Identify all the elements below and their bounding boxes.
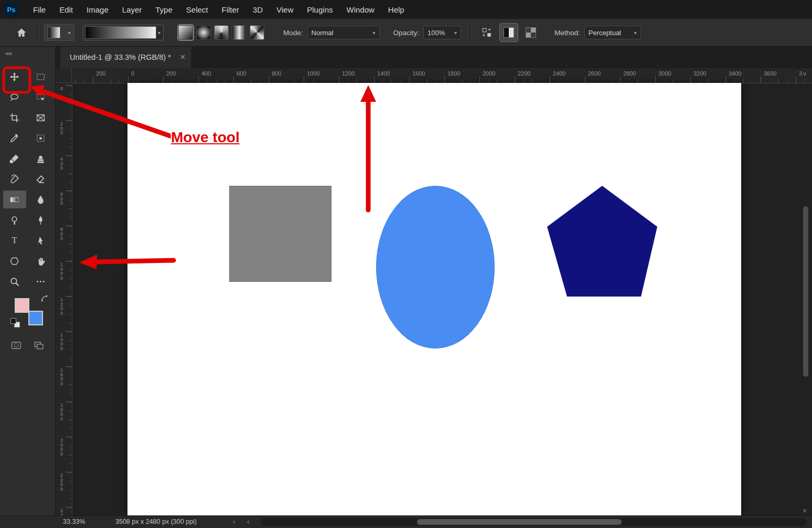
gradient-style-diamond[interactable] xyxy=(250,25,264,40)
checkerboard-icon xyxy=(526,27,536,38)
vertical-scrollbar-thumb[interactable] xyxy=(803,206,808,377)
ruler-label: 1600 xyxy=(412,70,425,77)
status-expand-icon[interactable]: › xyxy=(233,518,235,525)
gradient-style-reflected[interactable] xyxy=(232,25,247,40)
menu-window[interactable]: Window xyxy=(339,1,381,18)
frame-tool[interactable] xyxy=(29,109,52,126)
status-collapse-icon[interactable]: ‹ xyxy=(247,518,249,525)
ruler-tick xyxy=(374,77,375,83)
ruler-label: 1800 xyxy=(447,70,460,77)
ruler-label: 2 2 0 0 xyxy=(60,473,63,491)
opacity-dropdown[interactable]: 100% ▾ xyxy=(423,26,461,39)
method-dropdown[interactable]: Perceptual ▾ xyxy=(584,26,641,39)
edit-toolbar[interactable] xyxy=(29,272,52,290)
menu-filter[interactable]: Filter xyxy=(215,1,246,18)
home-button[interactable] xyxy=(13,24,30,41)
document-tab[interactable]: Untitled-1 @ 33.3% (RGB/8) * × xyxy=(60,46,192,68)
move-tool[interactable] xyxy=(3,68,26,86)
menu-view[interactable]: View xyxy=(270,1,300,18)
screen-mode-button[interactable] xyxy=(33,340,45,353)
clone-stamp-tool[interactable] xyxy=(29,150,52,167)
scroll-down-icon[interactable]: ∨ xyxy=(803,507,807,514)
chevron-down-icon: ▾ xyxy=(373,30,376,36)
dodge-tool[interactable] xyxy=(3,211,26,229)
gradient-style-angle[interactable] xyxy=(214,25,229,40)
chevron-down-icon: ▾ xyxy=(158,30,161,36)
spot-healing-brush-tool[interactable] xyxy=(29,129,52,147)
collapse-toolbar-button[interactable]: «« xyxy=(0,46,55,57)
zoom-level-field[interactable]: 33.33% xyxy=(63,518,85,525)
ruler-tick xyxy=(66,226,72,226)
pen-tool[interactable] xyxy=(29,211,52,229)
blend-mode-dropdown[interactable]: Normal ▾ xyxy=(307,26,380,39)
gradient-tool[interactable] xyxy=(3,191,26,208)
stamp-icon xyxy=(36,154,46,164)
ruler-tick xyxy=(304,77,304,83)
ruler-label: 600 xyxy=(237,70,246,77)
menu-file[interactable]: File xyxy=(26,1,52,18)
ruler-tick xyxy=(66,261,72,261)
type-tool[interactable]: T xyxy=(3,231,26,249)
svg-text:T: T xyxy=(12,236,17,245)
horizontal-scrollbar-thumb[interactable] xyxy=(417,519,622,525)
shape-tool[interactable] xyxy=(3,252,26,270)
quick-mask-button[interactable] xyxy=(10,340,22,353)
horizontal-scrollbar[interactable] xyxy=(261,518,807,526)
ruler-tick xyxy=(66,191,72,191)
close-tab-icon[interactable]: × xyxy=(180,53,185,61)
menu-layer[interactable]: Layer xyxy=(115,1,149,18)
eraser-tool[interactable] xyxy=(29,170,52,188)
ruler-tick xyxy=(66,472,72,472)
ruler-label: 3400 xyxy=(729,70,741,77)
menu-items: FileEditImageLayerTypeSelectFilter3DView… xyxy=(26,1,411,18)
ruler-tick xyxy=(66,437,72,437)
opacity-label: Opacity: xyxy=(393,29,420,37)
type-icon: T xyxy=(9,236,19,246)
reverse-gradient-button[interactable] xyxy=(500,24,518,41)
menu-edit[interactable]: Edit xyxy=(52,1,80,18)
background-color-swatch[interactable] xyxy=(28,311,43,325)
menu-image[interactable]: Image xyxy=(80,1,115,18)
ruler-tick xyxy=(93,77,93,83)
menu-select[interactable]: Select xyxy=(179,1,215,18)
menu-plugins[interactable]: Plugins xyxy=(300,1,339,18)
blue-ellipse[interactable] xyxy=(376,186,495,349)
ruler-label: 2 4 xyxy=(60,509,63,516)
scroll-up-icon[interactable]: ∨ xyxy=(803,70,807,77)
object-selection-tool[interactable] xyxy=(29,88,52,106)
document-canvas[interactable] xyxy=(127,83,741,516)
brush-tool[interactable] xyxy=(3,150,26,167)
swap-colors-button[interactable] xyxy=(41,295,48,304)
hand-tool[interactable] xyxy=(29,252,52,270)
gradient-style-linear[interactable] xyxy=(178,25,193,40)
transparency-button[interactable] xyxy=(478,24,496,41)
tool-preset-picker[interactable]: ▾ xyxy=(44,24,74,41)
rectangular-marquee-tool[interactable] xyxy=(29,68,52,86)
eyedropper-tool[interactable] xyxy=(3,129,26,147)
gradient-style-radial[interactable] xyxy=(196,25,211,40)
zoom-icon xyxy=(9,277,19,287)
ruler-label: 6 0 0 xyxy=(60,192,63,206)
blend-mode-value: Normal xyxy=(312,29,334,37)
menu-type[interactable]: Type xyxy=(148,1,179,18)
default-colors-button[interactable] xyxy=(10,318,20,328)
dodge-icon xyxy=(9,215,19,225)
navy-pentagon[interactable] xyxy=(547,186,657,297)
lasso-tool[interactable] xyxy=(3,88,26,106)
crop-tool[interactable] xyxy=(3,109,26,126)
history-brush-tool[interactable] xyxy=(3,170,26,188)
menu-help[interactable]: Help xyxy=(381,1,411,18)
dither-button[interactable] xyxy=(522,24,540,41)
zoom-tool[interactable] xyxy=(3,272,26,290)
gradient-picker[interactable]: ▾ xyxy=(83,25,164,40)
gray-rectangle[interactable] xyxy=(229,186,332,282)
screen-mode-icon xyxy=(33,340,45,351)
ruler-tick xyxy=(198,77,199,83)
menu-3d[interactable]: 3D xyxy=(246,1,270,18)
path-selection-tool[interactable] xyxy=(29,231,52,249)
ruler-tick xyxy=(66,155,72,156)
blur-tool[interactable] xyxy=(29,191,52,208)
status-bar: 33.33% 3508 px x 2480 px (300 ppi) › ‹ xyxy=(0,515,812,528)
foreground-color-swatch[interactable] xyxy=(15,298,29,313)
vertical-scrollbar[interactable]: ∨ ∨ xyxy=(802,70,810,514)
